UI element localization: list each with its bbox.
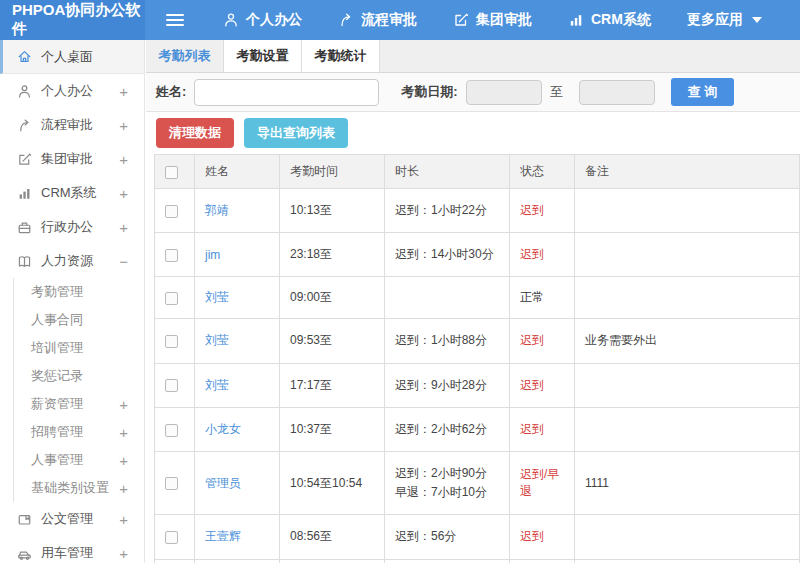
sidebar: 个人桌面 个人办公 + 流程审批 + 集团审批 + CRM系统 + 行政办公 +: [0, 40, 145, 563]
topnav-workflow-approval[interactable]: 流程审批: [320, 0, 435, 40]
topnav-personal-office[interactable]: 个人办公: [205, 0, 320, 40]
table-row: 黄蓉 13:20至13:20 迟到：5小时33分 早退：4小时67分 迟到/早退: [155, 559, 800, 563]
row-checkbox[interactable]: [165, 292, 178, 305]
app-logo[interactable]: PHPOA协同办公软件: [0, 0, 145, 40]
expand-plus-icon[interactable]: +: [119, 219, 130, 236]
date-to-input[interactable]: [579, 80, 655, 105]
sidebar-item-label: 集团审批: [41, 150, 110, 168]
tab-attendance-settings[interactable]: 考勤设置: [224, 40, 302, 72]
topnav-label: 个人办公: [246, 11, 302, 29]
sidebar-item-admin-office[interactable]: 行政办公 +: [0, 210, 144, 244]
sidebar-item-personal-office[interactable]: 个人办公 +: [0, 74, 144, 108]
select-all-checkbox[interactable]: [165, 166, 178, 179]
employee-name-link[interactable]: 管理员: [205, 476, 241, 490]
document-icon: [17, 512, 32, 527]
expand-plus-icon[interactable]: +: [119, 83, 130, 100]
expand-plus-icon[interactable]: +: [119, 117, 130, 134]
expand-plus-icon[interactable]: +: [119, 185, 130, 202]
row-checkbox[interactable]: [165, 249, 178, 262]
search-button[interactable]: 查 询: [671, 78, 735, 106]
submenu-item-label: 薪资管理: [31, 395, 119, 413]
submenu-item-label: 培训管理: [31, 339, 130, 357]
col-header-time: 考勤时间: [280, 155, 385, 189]
person-icon: [17, 84, 32, 99]
submenu-item-reward-punishment[interactable]: 奖惩记录: [14, 362, 144, 390]
topnav-label: 流程审批: [361, 11, 417, 29]
clean-data-button[interactable]: 清理数据: [156, 118, 234, 148]
note: [575, 233, 800, 277]
submenu-item-personnel-contract[interactable]: 人事合同: [14, 306, 144, 334]
employee-name-link[interactable]: 郭靖: [205, 203, 229, 217]
sidebar-item-crm-system[interactable]: CRM系统 +: [0, 176, 144, 210]
topnav-label: 集团审批: [476, 11, 532, 29]
duration: 迟到：14小时30分: [385, 233, 510, 277]
caret-down-icon: [752, 17, 762, 23]
expand-plus-icon[interactable]: +: [119, 151, 130, 168]
table-row: jim 23:18至 迟到：14小时30分 迟到: [155, 233, 800, 277]
expand-plus-icon[interactable]: +: [119, 545, 130, 562]
sidebar-item-group-approval[interactable]: 集团审批 +: [0, 142, 144, 176]
employee-name-link[interactable]: jim: [205, 248, 220, 262]
topnav-crm-system[interactable]: CRM系统: [550, 0, 669, 40]
hamburger-icon: [166, 11, 184, 29]
attendance-time: 10:37至: [280, 407, 385, 451]
expand-plus-icon[interactable]: +: [119, 424, 130, 441]
sidebar-item-document-management[interactable]: 公文管理 +: [0, 502, 144, 536]
table-row: 刘莹 09:00至 正常: [155, 277, 800, 319]
submenu-item-label: 考勤管理: [31, 283, 130, 301]
submenu-item-attendance-management[interactable]: 考勤管理: [14, 278, 144, 306]
table-row: 小龙女 10:37至 迟到：2小时62分 迟到: [155, 407, 800, 451]
to-label: 至: [550, 83, 563, 101]
expand-plus-icon[interactable]: +: [119, 452, 130, 469]
name-input[interactable]: [194, 79, 379, 106]
hamburger-menu-button[interactable]: [145, 0, 205, 40]
employee-name-link[interactable]: 刘莹: [205, 378, 229, 392]
topnav-more-apps[interactable]: 更多应用: [669, 0, 780, 40]
employee-name-link[interactable]: 刘莹: [205, 333, 229, 347]
submenu-item-salary-management[interactable]: 薪资管理 +: [14, 390, 144, 418]
top-header-bar: PHPOA协同办公软件 个人办公 流程审批 集团审批 CRM系统: [0, 0, 800, 40]
row-checkbox[interactable]: [165, 205, 178, 218]
duration: 迟到：5小时33分 早退：4小时67分: [385, 559, 510, 563]
submenu-item-training-management[interactable]: 培训管理: [14, 334, 144, 362]
attendance-table-wrap: 姓名 考勤时间 时长 状态 备注 郭靖 10:13至 迟到：1小时22分 迟到: [146, 154, 800, 563]
sidebar-item-workflow-approval[interactable]: 流程审批 +: [0, 108, 144, 142]
expand-plus-icon[interactable]: +: [119, 511, 130, 528]
note: [575, 407, 800, 451]
sidebar-item-personal-desktop[interactable]: 个人桌面: [0, 40, 144, 74]
submenu-item-recruit-management[interactable]: 招聘管理 +: [14, 418, 144, 446]
main-content: 考勤列表 考勤设置 考勤统计 姓名: 考勤日期: 至 查 询 清理数据 导出查询…: [146, 40, 800, 563]
table-row: 郭靖 10:13至 迟到：1小时22分 迟到: [155, 189, 800, 233]
submenu-item-basic-category-settings[interactable]: 基础类别设置 +: [14, 474, 144, 502]
note: [575, 559, 800, 563]
topnav-group-approval[interactable]: 集团审批: [435, 0, 550, 40]
sidebar-item-human-resources[interactable]: 人力资源 −: [0, 244, 144, 278]
sidebar-item-vehicle-management[interactable]: 用车管理 +: [0, 536, 144, 563]
row-checkbox[interactable]: [165, 335, 178, 348]
employee-name-link[interactable]: 小龙女: [205, 422, 241, 436]
expand-plus-icon[interactable]: +: [119, 480, 130, 497]
row-checkbox[interactable]: [165, 477, 178, 490]
note: [575, 189, 800, 233]
tab-attendance-statistics[interactable]: 考勤统计: [302, 40, 380, 72]
collapse-minus-icon[interactable]: −: [119, 253, 130, 270]
action-bar: 清理数据 导出查询列表: [146, 112, 800, 154]
row-checkbox[interactable]: [165, 424, 178, 437]
date-from-input[interactable]: [466, 80, 542, 105]
employee-name-link[interactable]: 刘莹: [205, 290, 229, 304]
submenu-item-personnel-management[interactable]: 人事管理 +: [14, 446, 144, 474]
tab-attendance-list[interactable]: 考勤列表: [146, 40, 224, 72]
status-text: 迟到: [510, 407, 575, 451]
person-icon: [223, 12, 239, 28]
sidebar-item-label: 个人办公: [41, 82, 110, 100]
note: 1111: [575, 451, 800, 514]
expand-plus-icon[interactable]: +: [119, 396, 130, 413]
export-list-button[interactable]: 导出查询列表: [244, 118, 348, 148]
note: 业务需要外出: [575, 319, 800, 363]
row-checkbox[interactable]: [165, 531, 178, 544]
employee-name-link[interactable]: 王壹辉: [205, 529, 241, 543]
duration: 迟到：9小时28分: [385, 363, 510, 407]
row-checkbox[interactable]: [165, 379, 178, 392]
attendance-time: 09:53至: [280, 319, 385, 363]
car-icon: [17, 546, 32, 561]
